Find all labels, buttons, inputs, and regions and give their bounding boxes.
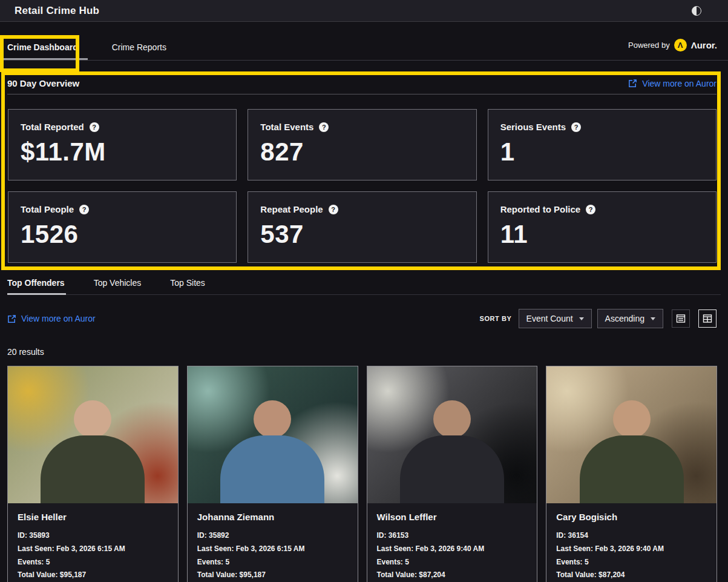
- tab-top-offenders[interactable]: Top Offenders: [7, 274, 66, 295]
- offender-total-value: Total Value: $95,187: [18, 570, 168, 580]
- stat-value: 1: [500, 139, 704, 165]
- top-bar: Retail Crime Hub: [0, 0, 728, 22]
- overview-divider: [7, 94, 717, 94]
- grid-view-icon: [703, 314, 712, 323]
- help-icon[interactable]: [319, 122, 329, 132]
- offender-photo: [546, 366, 717, 503]
- offender-last-seen: Last Seen: Feb 3, 2026 6:15 AM: [197, 544, 348, 554]
- stat-label: Repeat People: [260, 204, 323, 214]
- help-icon[interactable]: [329, 205, 338, 214]
- offender-card[interactable]: Cary Bogisich ID: 36154 Last Seen: Feb 3…: [546, 366, 717, 582]
- results-tab-bar: Top Offenders Top Vehicles Top Sites: [7, 274, 721, 295]
- stat-label: Total Events: [260, 122, 313, 132]
- tab-crime-dashboard[interactable]: Crime Dashboard: [0, 35, 88, 60]
- offender-card[interactable]: Johanna Ziemann ID: 35892 Last Seen: Feb…: [187, 366, 358, 582]
- results-controls-row: View more on Auror SORT BY Event Count A…: [7, 309, 717, 328]
- stat-card-total-reported: Total Reported $11.7M: [8, 109, 237, 180]
- list-view-icon: [676, 314, 686, 323]
- results-view-more-label: View more on Auror: [21, 314, 96, 323]
- results-section: Top Offenders Top Vehicles Top Sites Vie…: [0, 274, 728, 582]
- stat-card-grid: Total Reported $11.7M Total Events 827 S…: [8, 109, 717, 263]
- powered-by-auror: Powered by Λ Λuror.: [628, 39, 717, 60]
- offender-id: ID: 36153: [377, 531, 528, 541]
- powered-by-label: Powered by: [628, 41, 670, 50]
- stat-value: 537: [260, 222, 464, 247]
- offender-photo: [8, 366, 178, 503]
- sort-order-value: Ascending: [605, 314, 644, 323]
- help-icon[interactable]: [571, 122, 581, 132]
- offender-events: Events: 5: [197, 557, 348, 567]
- page-title: Retail Crime Hub: [15, 5, 99, 17]
- sort-field-dropdown[interactable]: Event Count: [519, 309, 592, 328]
- offender-name: Wilson Leffler: [377, 512, 528, 522]
- offender-events: Events: 5: [18, 557, 168, 567]
- offender-card[interactable]: Elsie Heller ID: 35893 Last Seen: Feb 3,…: [7, 366, 179, 582]
- contrast-theme-toggle-icon[interactable]: [692, 6, 701, 16]
- results-count: 20 results: [7, 347, 721, 357]
- stat-value: 827: [260, 139, 464, 165]
- sort-order-dropdown[interactable]: Ascending: [597, 309, 663, 328]
- stat-label: Serious Events: [500, 122, 566, 132]
- offender-card[interactable]: Wilson Leffler ID: 36153 Last Seen: Feb …: [367, 366, 538, 582]
- offender-total-value: Total Value: $95,187: [197, 570, 348, 580]
- offender-id: ID: 35893: [18, 531, 168, 541]
- results-view-more-link[interactable]: View more on Auror: [7, 314, 96, 323]
- stat-label: Reported to Police: [500, 204, 581, 214]
- grid-view-button[interactable]: [698, 309, 717, 328]
- offender-last-seen: Last Seen: Feb 3, 2026 9:40 AM: [556, 544, 707, 554]
- overview-view-more-link[interactable]: View more on Auror: [628, 79, 717, 88]
- stat-card-reported-to-police: Reported to Police 11: [488, 191, 717, 263]
- nav-tab-bar: Crime Dashboard Crime Reports Powered by…: [0, 22, 728, 61]
- stat-value: 11: [500, 222, 704, 247]
- list-view-button[interactable]: [672, 309, 690, 328]
- stat-card-repeat-people: Repeat People 537: [248, 191, 476, 263]
- chevron-down-icon: [651, 317, 655, 320]
- offender-name: Cary Bogisich: [556, 512, 707, 522]
- stat-card-total-people: Total People 1526: [8, 191, 237, 263]
- offender-last-seen: Last Seen: Feb 3, 2026 9:40 AM: [377, 544, 528, 554]
- offender-name: Elsie Heller: [18, 512, 168, 522]
- offender-name: Johanna Ziemann: [197, 512, 348, 522]
- offender-total-value: Total Value: $87,204: [556, 570, 707, 580]
- stat-card-serious-events: Serious Events 1: [488, 109, 717, 180]
- offender-photo: [188, 366, 358, 503]
- overview-title: 90 Day Overview: [7, 78, 79, 88]
- offender-id: ID: 35892: [197, 531, 348, 541]
- sort-by-label: SORT BY: [479, 315, 511, 322]
- offender-events: Events: 5: [556, 557, 707, 567]
- sort-field-value: Event Count: [526, 314, 573, 323]
- help-icon[interactable]: [79, 205, 89, 214]
- overview-section: 90 Day Overview View more on Auror Total…: [0, 61, 728, 263]
- tab-top-sites[interactable]: Top Sites: [170, 274, 206, 295]
- overview-view-more-label: View more on Auror: [642, 79, 717, 88]
- external-link-icon: [7, 314, 16, 323]
- stat-card-total-events: Total Events 827: [248, 109, 476, 180]
- external-link-icon: [628, 79, 637, 88]
- offender-total-value: Total Value: $87,204: [377, 570, 528, 580]
- stat-label: Total People: [21, 204, 74, 214]
- stat-value: $11.7M: [21, 139, 224, 165]
- stat-value: 1526: [21, 222, 224, 247]
- stat-label: Total Reported: [21, 122, 84, 132]
- offender-last-seen: Last Seen: Feb 3, 2026 6:15 AM: [18, 544, 168, 554]
- help-icon[interactable]: [586, 205, 595, 214]
- tab-top-vehicles[interactable]: Top Vehicles: [94, 274, 143, 295]
- offender-events: Events: 5: [377, 557, 528, 567]
- auror-brand-text: Λuror.: [691, 40, 717, 50]
- offender-card-grid: Elsie Heller ID: 35893 Last Seen: Feb 3,…: [7, 366, 717, 582]
- tab-crime-reports[interactable]: Crime Reports: [105, 35, 176, 60]
- offender-id: ID: 36154: [556, 531, 707, 541]
- auror-logo-icon: Λ: [674, 39, 687, 51]
- help-icon[interactable]: [90, 122, 99, 132]
- offender-photo: [367, 366, 537, 503]
- chevron-down-icon: [579, 317, 584, 320]
